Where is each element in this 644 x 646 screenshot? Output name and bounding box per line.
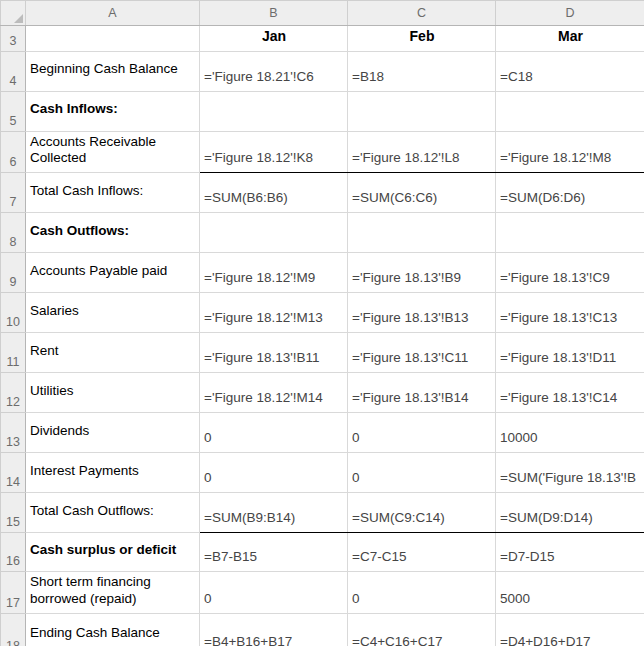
row-header-7[interactable]: 7 [1,173,26,213]
spreadsheet: A B C D 3 Jan Feb Mar 4 Beginning Cash B… [0,0,644,646]
cell-D8[interactable] [496,213,644,253]
cell-A6[interactable]: Accounts Receivable Collected [26,131,200,173]
cell-B8[interactable] [200,213,348,253]
cell-C5[interactable] [348,91,496,131]
cell-D15[interactable]: =SUM(D9:D14) [496,493,644,533]
row-13: 13 Dividends 0 0 10000 [1,413,644,453]
cell-A5[interactable]: Cash Inflows: [26,91,200,131]
cell-A13[interactable]: Dividends [26,413,200,453]
cell-D17[interactable]: 5000 [496,572,644,614]
cell-C9[interactable]: ='Figure 18.13'!B9 [348,253,496,293]
cell-B3[interactable]: Jan [200,26,348,52]
cell-A9[interactable]: Accounts Payable paid [26,253,200,293]
row-header-12[interactable]: 12 [1,373,26,413]
cell-C15[interactable]: =SUM(C9:C14) [348,493,496,533]
cell-B7[interactable]: =SUM(B6:B6) [200,173,348,213]
cell-B5[interactable] [200,91,348,131]
cell-A4[interactable]: Beginning Cash Balance [26,51,200,91]
cell-A18[interactable]: Ending Cash Balance [26,614,200,646]
column-header-row: A B C D [1,1,644,26]
cell-C3[interactable]: Feb [348,26,496,52]
cell-D18[interactable]: =D4+D16+D17 [496,614,644,646]
row-11: 11 Rent ='Figure 18.13'!B11 ='Figure 18.… [1,333,644,373]
cell-B12[interactable]: ='Figure 18.12'!M14 [200,373,348,413]
cell-C10[interactable]: ='Figure 18.13'!B13 [348,293,496,333]
row-header-13[interactable]: 13 [1,413,26,453]
cell-C12[interactable]: ='Figure 18.13'!B14 [348,373,496,413]
cell-D16[interactable]: =D7-D15 [496,533,644,572]
cell-B18[interactable]: =B4+B16+B17 [200,614,348,646]
cell-A10[interactable]: Salaries [26,293,200,333]
cell-C7[interactable]: =SUM(C6:C6) [348,173,496,213]
row-header-4[interactable]: 4 [1,51,26,91]
cell-A15[interactable]: Total Cash Outflows: [26,493,200,533]
select-all-icon [14,14,23,23]
cell-C14[interactable]: 0 [348,453,496,493]
row-10: 10 Salaries ='Figure 18.12'!M13 ='Figure… [1,293,644,333]
row-header-11[interactable]: 11 [1,333,26,373]
cell-B9[interactable]: ='Figure 18.12'!M9 [200,253,348,293]
cell-D6[interactable]: ='Figure 18.12'!M8 [496,131,644,173]
cell-B15[interactable]: =SUM(B9:B14) [200,493,348,533]
cell-B10[interactable]: ='Figure 18.12'!M13 [200,293,348,333]
cell-D5[interactable] [496,91,644,131]
row-header-17[interactable]: 17 [1,572,26,614]
cell-B6[interactable]: ='Figure 18.12'!K8 [200,131,348,173]
cell-D3[interactable]: Mar [496,26,644,52]
cell-D7[interactable]: =SUM(D6:D6) [496,173,644,213]
row-header-18[interactable]: 18 [1,614,26,646]
cell-D4[interactable]: =C18 [496,51,644,91]
cell-A17[interactable]: Short term financing borrowed (repaid) [26,572,200,614]
cell-A8[interactable]: Cash Outflows: [26,213,200,253]
cell-B14[interactable]: 0 [200,453,348,493]
cell-C6[interactable]: ='Figure 18.12'!L8 [348,131,496,173]
cell-A3[interactable] [26,26,200,52]
cell-A16[interactable]: Cash surplus or deficit [26,533,200,572]
row-14: 14 Interest Payments 0 0 =SUM('Figure 18… [1,453,644,493]
cell-C16[interactable]: =C7-C15 [348,533,496,572]
cell-B17[interactable]: 0 [200,572,348,614]
cell-D9[interactable]: ='Figure 18.13'!C9 [496,253,644,293]
cell-C17[interactable]: 0 [348,572,496,614]
cell-D10[interactable]: ='Figure 18.13'!C13 [496,293,644,333]
row-header-6[interactable]: 6 [1,131,26,173]
cell-B11[interactable]: ='Figure 18.13'!B11 [200,333,348,373]
cell-A14[interactable]: Interest Payments [26,453,200,493]
cell-C18[interactable]: =C4+C16+C17 [348,614,496,646]
cell-D14[interactable]: =SUM('Figure 18.13'!B [496,453,644,493]
row-header-5[interactable]: 5 [1,91,26,131]
row-5: 5 Cash Inflows: [1,91,644,131]
select-all-corner[interactable] [1,1,26,26]
row-header-9[interactable]: 9 [1,253,26,293]
cell-C8[interactable] [348,213,496,253]
row-8: 8 Cash Outflows: [1,213,644,253]
cell-B4[interactable]: ='Figure 18.21'!C6 [200,51,348,91]
row-header-3[interactable]: 3 [1,26,26,52]
row-6: 6 Accounts Receivable Collected ='Figure… [1,131,644,173]
column-header-C[interactable]: C [348,1,496,26]
row-header-15[interactable]: 15 [1,493,26,533]
cell-C13[interactable]: 0 [348,413,496,453]
row-15: 15 Total Cash Outflows: =SUM(B9:B14) =SU… [1,493,644,533]
cell-D11[interactable]: ='Figure 18.13'!D11 [496,333,644,373]
cell-B16[interactable]: =B7-B15 [200,533,348,572]
cell-D12[interactable]: ='Figure 18.13'!C14 [496,373,644,413]
cell-B13[interactable]: 0 [200,413,348,453]
row-header-8[interactable]: 8 [1,213,26,253]
cell-A7[interactable]: Total Cash Inflows: [26,173,200,213]
column-header-A[interactable]: A [26,1,200,26]
column-header-D[interactable]: D [496,1,644,26]
cell-A11[interactable]: Rent [26,333,200,373]
row-header-14[interactable]: 14 [1,453,26,493]
row-18: 18 Ending Cash Balance =B4+B16+B17 =C4+C… [1,614,644,646]
row-4: 4 Beginning Cash Balance ='Figure 18.21'… [1,51,644,91]
cell-C11[interactable]: ='Figure 18.13'!C11 [348,333,496,373]
cell-D13[interactable]: 10000 [496,413,644,453]
column-header-B[interactable]: B [200,1,348,26]
row-3: 3 Jan Feb Mar [1,26,644,52]
cell-A12[interactable]: Utilities [26,373,200,413]
row-header-10[interactable]: 10 [1,293,26,333]
row-header-16[interactable]: 16 [1,533,26,572]
cell-C4[interactable]: =B18 [348,51,496,91]
row-17: 17 Short term financing borrowed (repaid… [1,572,644,614]
